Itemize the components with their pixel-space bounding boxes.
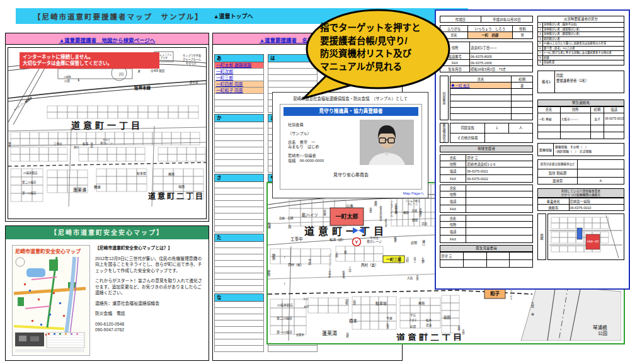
resident-row-empty (214, 226, 264, 232)
map-label: ガレージ (408, 202, 418, 206)
resident-row-empty (214, 327, 264, 333)
card-banner: 見守り推進員・協力員登録者 (284, 107, 418, 116)
resident-row-empty (214, 141, 264, 147)
map-label: 木村 (304, 305, 309, 309)
resident-link[interactable]: 一町太郎 避難困難 (216, 63, 251, 67)
page: 【尼崎市道意町要援護者マップ サンプル】 ▲道意トップへ ▲1町会トップへ戻る … (0, 0, 630, 364)
resident-link[interactable]: 一町三郎 (216, 76, 233, 80)
map-label: 今中 (303, 297, 308, 301)
district-map[interactable]: 道意町一丁目道意町二丁目コミュニティプラザサンプラザ平和グループホームやすらぎ⊕… (8, 47, 207, 219)
form-left-column: 作成日平成26年11月30日 ふりがないっちょう しろう性別 氏名一町 四郎男 … (440, 16, 533, 268)
park-label: 公園 (598, 331, 607, 336)
hospital-map: 尼崎第一病院 (547, 213, 624, 260)
category-number: 8 (538, 56, 543, 60)
resident-row[interactable]: 一町三郎 (214, 75, 264, 81)
map-label: 石井 (386, 323, 389, 330)
kana-group: あ一町太郎 避難困難一町次郎一町三郎一町四郎 同居一町和子 同居 (214, 54, 264, 113)
family-table: 氏名続柄◆ 一町 和子妻 (450, 76, 533, 120)
map-label: やすらぎ (186, 61, 197, 65)
kana-group-header: な (214, 293, 264, 302)
emergency-col: 氏名 (538, 106, 561, 113)
kana-group-header: あ (214, 54, 264, 62)
map-search-link[interactable]: ▲道意要援護者 地図から検索ページへ (59, 37, 156, 43)
provider-header: 利用している介護保険事業者 かかりつけ医療機関の連絡先 (537, 188, 624, 198)
family-member-link[interactable]: ◆ 一町 和子 (451, 84, 470, 88)
map-label: 駐車場 (342, 270, 345, 279)
card-org2: 尼崎市○○協議会 (288, 153, 324, 158)
supporter-blocks: 氏名見守 三住所尼崎市道意町1-1-6電話06-6375-0021FAX06-6… (440, 154, 533, 243)
resident-row-empty (214, 100, 264, 106)
minsei-cell (463, 253, 486, 260)
map-label: 川西 (64, 79, 70, 83)
map-label: 橋本 (94, 185, 101, 190)
map-label: サービス (510, 290, 512, 300)
emergency-value: 大阪市○○-○○ (560, 113, 590, 125)
supporter-tel (466, 198, 533, 205)
category-text: 65歳以上のひとり暮らし高齢者又は高齢者のみ世帯 (543, 42, 606, 46)
card-map-page-link[interactable]: Map Pageへ (403, 190, 424, 196)
resident-link[interactable]: 一町次郎 (216, 69, 233, 74)
resident-row[interactable]: 一町四郎 同居 (214, 81, 264, 88)
category-text: 要介護（居宅）3以上の者 (543, 47, 575, 51)
highlight-home-label: 一町太郎 (335, 213, 358, 220)
resident-row-empty (214, 128, 264, 135)
kana-group-header: た (214, 234, 264, 242)
map-label: ⊕405 徳田 (151, 69, 165, 73)
insurance-line: ○国民保険（ ） 共済保険 (555, 149, 622, 154)
district-map-svg: 道意町一丁目道意町二丁目コミュニティプラザサンプラザ平和グループホームやすらぎ⊕… (8, 48, 206, 218)
map-label: 堀田 (444, 315, 450, 320)
resident-link[interactable]: 一町和子 同居 (216, 88, 243, 93)
target-marker-glyph: Y (355, 239, 358, 245)
map-label: 松浦（武） (329, 237, 345, 242)
resident-row-empty (268, 346, 318, 352)
category-row: 6要介護（居宅）3以上の者 (537, 47, 624, 52)
emergency-col: 続柄 (590, 106, 604, 113)
family-col-name: 氏名 (450, 76, 512, 82)
safety-contact-org: 連絡先：道意社会福祉連絡協議会 (95, 300, 203, 307)
map-label: 野田 (272, 253, 275, 261)
safety-map-thumbnail[interactable]: 尼崎市道意町安全安心マップ (12, 245, 90, 356)
resident-row[interactable]: 一町次郎 (214, 69, 264, 75)
safety-map-header: 【尼崎市道意町安全安心マップ】 (6, 226, 209, 239)
hint-line: 要援護者台帳/見守り/ (320, 35, 440, 48)
category-number: 6 (538, 47, 543, 51)
category-number: 5 (538, 42, 543, 46)
map-label: 2 (138, 69, 140, 73)
supporters-header: 地域支援者 (440, 145, 533, 152)
resident-row-empty (214, 220, 264, 226)
kana-group-header: さ (214, 174, 264, 182)
insurance-value: 健康保険 その他（ ）○国民保険（ ） 共済保険 (554, 143, 624, 156)
hint-bubble: 指でターゲットを押すと要援護者台帳/見守り/防災資機材リスト及びマニュアルが見れ… (301, 5, 452, 101)
doi-top-link[interactable]: ▲道意トップへ (214, 12, 253, 20)
resident-row-empty (214, 308, 264, 314)
map-label: 西村 (74, 145, 79, 149)
household-table: 同居家族1人その他の情報 (450, 123, 533, 143)
map-label: 第二川端荘 (22, 180, 37, 185)
map-label: パークンパーク道意町 (328, 254, 331, 278)
minsei-cell: 見守 三 (440, 253, 464, 260)
map-label: 第二川端荘 (277, 316, 292, 321)
map-label: 尾崎 (168, 172, 175, 176)
map-label: 工事中 (290, 236, 303, 242)
safety-desc-heading: 【尼崎市道意町安全安心マップとは？】 (95, 245, 203, 251)
resident-row-empty (214, 195, 264, 201)
resident-row-empty (214, 280, 264, 286)
card-sample-note: （サンプル） (288, 131, 324, 136)
resident-row[interactable]: 一町和子 同居 (214, 88, 264, 94)
map-label: 湯浅 (426, 323, 432, 327)
supporter-block: 氏名住所電話FAX (440, 185, 533, 213)
map-label: 遊歩道 (190, 80, 198, 84)
resident-link[interactable]: 一町四郎 同居 (216, 82, 243, 86)
medical-table: 使用が必要な医療器具など 既往 現病歴 血液型A (537, 159, 624, 185)
resident-row[interactable]: 一町太郎 避難困難 (214, 62, 264, 69)
card-name: 氏名 見守 一 (288, 140, 324, 145)
map-label: 樋口 (422, 239, 425, 247)
card-committee: 見守り安心委員会 (280, 171, 421, 178)
category-text: 身体障がい者（肢体不自由） (543, 23, 579, 27)
safety-contact-label: 防災会議 電話 (95, 310, 203, 317)
hospital-label: 尼崎第一病院 (587, 240, 599, 243)
resident-row-empty (214, 213, 264, 220)
name-column-1: あ一町太郎 避難困難一町次郎一町三郎一町四郎 同居一町和子 同居かさたな (214, 54, 264, 353)
highlight-home-label: 和子 (490, 290, 500, 297)
minsei-cell (463, 260, 486, 268)
